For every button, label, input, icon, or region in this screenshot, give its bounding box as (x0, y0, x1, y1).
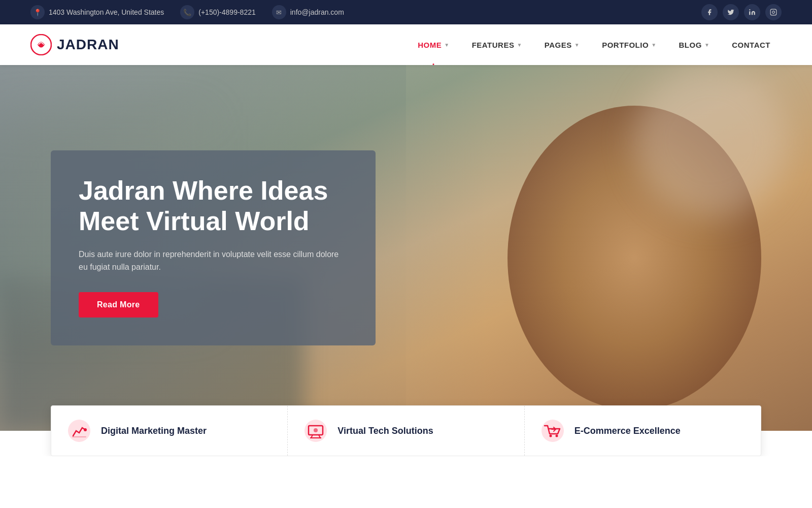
card-virtual-tech: Virtual Tech Solutions (287, 406, 524, 456)
nav-links: HOME ▼ FEATURES ▼ PAGES ▼ PORTFOLIO ▼ BL… (150, 24, 782, 65)
nav-pages[interactable]: PAGES ▼ (533, 24, 591, 65)
svg-point-5 (84, 428, 87, 431)
nav-pages-label: PAGES (545, 41, 572, 49)
linkedin-icon[interactable] (744, 4, 760, 20)
svg-point-15 (555, 435, 558, 437)
nav-features-label: FEATURES (472, 41, 515, 49)
card-ecommerce-text: E-Commerce Excellence (574, 426, 681, 436)
logo[interactable]: JADRAN (30, 34, 119, 55)
nav-blog[interactable]: BLOG ▼ (668, 24, 721, 65)
hero-title: Jadran Where Ideas Meet Virtual World (79, 176, 348, 237)
svg-point-12 (314, 428, 318, 432)
social-links (701, 4, 782, 20)
digital-marketing-icon (66, 418, 92, 443)
facebook-icon[interactable] (701, 4, 718, 20)
card-virtual-tech-text: Virtual Tech Solutions (337, 426, 433, 436)
nav-portfolio-arrow: ▼ (651, 42, 656, 48)
nav-portfolio[interactable]: PORTFOLIO ▼ (591, 24, 667, 65)
svg-point-0 (749, 9, 750, 10)
hero-box: Jadran Where Ideas Meet Virtual World Du… (51, 150, 376, 345)
read-more-button[interactable]: Read More (79, 292, 158, 318)
card-digital-marketing: Digital Marketing Master (51, 406, 287, 456)
logo-text: JADRAN (57, 37, 119, 53)
nav-home-label: HOME (418, 41, 442, 49)
ecommerce-icon (540, 418, 565, 443)
phone-icon: 📞 (180, 5, 194, 19)
virtual-tech-icon (303, 418, 328, 443)
twitter-icon[interactable] (723, 4, 739, 20)
email-icon: ✉ (272, 5, 286, 19)
hero-section: Jadran Where Ideas Meet Virtual World Du… (0, 65, 812, 431)
email-text: info@jadran.com (290, 8, 344, 16)
top-bar: 📍 1403 Washington Ave, United States 📞 (… (0, 0, 812, 24)
address-text: 1403 Washington Ave, United States (49, 8, 164, 16)
nav-home-arrow: ▼ (444, 42, 449, 48)
hero-content: Jadran Where Ideas Meet Virtual World Du… (51, 150, 376, 345)
nav-home[interactable]: HOME ▼ (407, 24, 460, 65)
logo-svg (30, 34, 52, 55)
nav-contact-label: CONTACT (732, 41, 770, 49)
navbar: JADRAN HOME ▼ FEATURES ▼ PAGES ▼ PORTFOL… (0, 24, 812, 65)
card-digital-marketing-text: Digital Marketing Master (101, 426, 207, 436)
location-icon: 📍 (30, 5, 45, 19)
svg-rect-6 (72, 436, 86, 437)
svg-point-13 (542, 420, 564, 442)
nav-blog-arrow: ▼ (704, 42, 709, 48)
nav-blog-label: BLOG (679, 41, 702, 49)
svg-point-14 (549, 435, 552, 437)
hero-description: Duis aute irure dolor in reprehenderit i… (79, 248, 348, 274)
email-item: ✉ info@jadran.com (272, 5, 344, 19)
address-item: 📍 1403 Washington Ave, United States (30, 5, 164, 19)
instagram-icon[interactable] (765, 4, 782, 20)
nav-features-arrow: ▼ (517, 42, 522, 48)
card-ecommerce: E-Commerce Excellence (524, 406, 761, 456)
nav-contact[interactable]: CONTACT (721, 24, 782, 65)
phone-item: 📞 (+150)-4899-8221 (180, 5, 255, 19)
nav-pages-arrow: ▼ (574, 42, 580, 48)
phone-text: (+150)-4899-8221 (198, 8, 255, 16)
nav-portfolio-label: PORTFOLIO (602, 41, 649, 49)
top-bar-left: 📍 1403 Washington Ave, United States 📞 (… (30, 5, 344, 19)
svg-rect-1 (770, 9, 776, 15)
svg-point-4 (68, 420, 90, 442)
bottom-cards: Digital Marketing Master Virtual Tech So… (51, 405, 761, 456)
nav-features[interactable]: FEATURES ▼ (461, 24, 533, 65)
